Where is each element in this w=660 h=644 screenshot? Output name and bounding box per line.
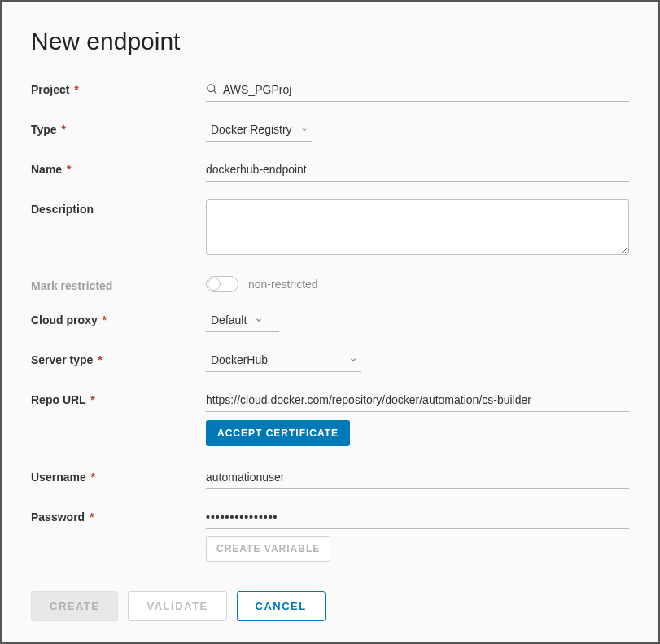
required-asterisk: * xyxy=(91,471,95,484)
new-endpoint-dialog: New endpoint Project * Type * Doc xyxy=(0,0,660,644)
cloud-proxy-select[interactable]: Default xyxy=(206,310,279,332)
required-asterisk: * xyxy=(90,393,94,406)
label-project-text: Project xyxy=(31,83,69,96)
label-server-type-text: Server type xyxy=(31,353,93,366)
label-username-text: Username xyxy=(31,471,86,484)
cloud-proxy-value: Default xyxy=(211,313,247,326)
label-name-text: Name xyxy=(31,163,62,176)
label-type: Type * xyxy=(31,120,206,136)
row-cloud-proxy: Cloud proxy * Default xyxy=(31,310,629,332)
project-input[interactable] xyxy=(223,80,629,101)
required-asterisk: * xyxy=(98,353,102,366)
server-type-value: DockerHub xyxy=(211,353,268,366)
server-type-select[interactable]: DockerHub xyxy=(206,350,361,372)
type-select-value: Docker Registry xyxy=(211,123,292,136)
row-mark-restricted: Mark restricted non-restricted xyxy=(31,276,629,292)
label-username: Username * xyxy=(31,467,206,484)
accept-certificate-button[interactable]: ACCEPT CERTIFICATE xyxy=(206,420,350,446)
label-cloud-proxy: Cloud proxy * xyxy=(31,310,206,326)
create-button[interactable]: CREATE xyxy=(31,591,118,621)
label-server-type: Server type * xyxy=(31,350,206,366)
toggle-knob xyxy=(208,278,221,291)
create-variable-button[interactable]: CREATE VARIABLE xyxy=(206,536,330,562)
chevron-down-icon xyxy=(349,356,357,364)
row-username: Username * xyxy=(31,467,629,489)
label-password: Password * xyxy=(31,507,206,524)
row-password: Password * CREATE VARIABLE xyxy=(31,507,629,562)
label-description-text: Description xyxy=(31,203,94,216)
search-icon xyxy=(206,83,223,98)
required-asterisk: * xyxy=(90,510,94,524)
label-mark-restricted: Mark restricted xyxy=(31,276,206,292)
label-cloud-proxy-text: Cloud proxy xyxy=(31,313,98,326)
name-input[interactable] xyxy=(206,160,629,182)
restricted-toggle-wrap: non-restricted xyxy=(206,276,318,292)
repo-url-input[interactable] xyxy=(206,390,629,412)
label-repo-url: Repo URL * xyxy=(31,390,206,406)
svg-line-1 xyxy=(213,90,216,94)
label-password-text: Password xyxy=(31,510,85,524)
label-type-text: Type xyxy=(31,123,57,136)
restricted-state-label: non-restricted xyxy=(248,278,318,291)
required-asterisk: * xyxy=(74,83,78,96)
page-title: New endpoint xyxy=(31,28,629,55)
label-mark-restricted-text: Mark restricted xyxy=(31,279,112,292)
label-name: Name * xyxy=(31,160,206,176)
restricted-toggle[interactable] xyxy=(206,276,238,292)
project-search-wrap[interactable] xyxy=(206,80,629,102)
chevron-down-icon xyxy=(300,125,308,134)
validate-button[interactable]: VALIDATE xyxy=(128,591,226,621)
type-select[interactable]: Docker Registry xyxy=(206,120,312,142)
description-textarea[interactable] xyxy=(206,199,629,255)
required-asterisk: * xyxy=(62,123,66,136)
row-description: Description xyxy=(31,199,629,255)
dialog-footer: CREATE VALIDATE CANCEL xyxy=(31,591,629,621)
svg-point-0 xyxy=(208,85,215,92)
label-repo-url-text: Repo URL xyxy=(31,393,85,406)
username-input[interactable] xyxy=(206,467,629,489)
required-asterisk: * xyxy=(103,313,107,326)
row-name: Name * xyxy=(31,160,629,182)
row-type: Type * Docker Registry xyxy=(31,120,629,142)
row-repo-url: Repo URL * ACCEPT CERTIFICATE xyxy=(31,390,629,446)
label-description: Description xyxy=(31,199,206,216)
label-project: Project * xyxy=(31,80,206,96)
password-input[interactable] xyxy=(206,507,629,529)
row-project: Project * xyxy=(31,80,629,102)
chevron-down-icon xyxy=(255,316,263,324)
cancel-button[interactable]: CANCEL xyxy=(237,591,326,621)
required-asterisk: * xyxy=(67,163,71,176)
row-server-type: Server type * DockerHub xyxy=(31,350,629,372)
